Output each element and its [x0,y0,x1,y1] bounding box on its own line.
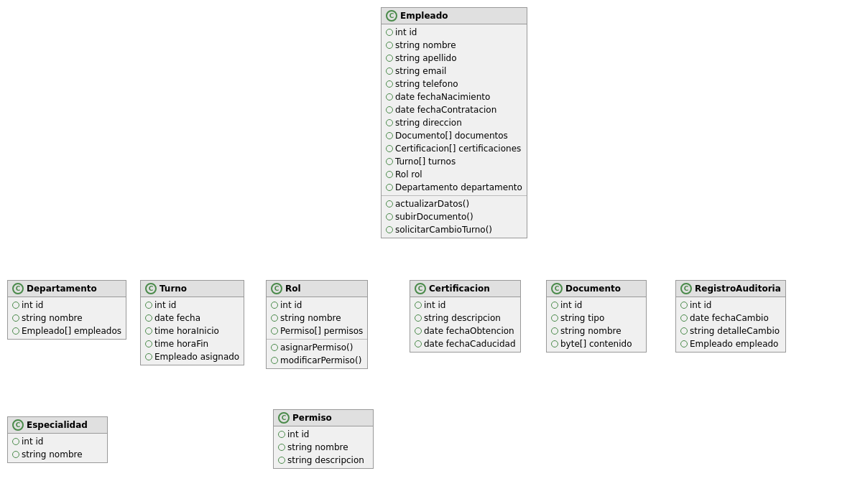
attr-text: date fechaCaducidad [424,337,516,350]
attr-text: Turno[] turnos [395,155,456,168]
attr-text: string nombre [560,325,621,337]
class-turno: CTurnoint iddate fechatime horaIniciotim… [140,280,244,365]
attr-row: string telefono [386,78,522,90]
attr-text: string direccion [395,116,462,129]
attr-row: Empleado[] empleados [12,325,121,337]
class-rol-header: CRol [267,281,367,297]
attr-text: string email [395,65,446,78]
attr-row: int id [145,299,239,312]
class-empleado-icon: C [386,10,397,22]
svg-line-0 [126,158,381,281]
attr-icon [278,431,285,438]
attr-icon [551,314,558,322]
attr-text: string tipo [560,312,604,325]
class-departamento: CDepartamentoint idstring nombreEmpleado… [7,280,126,340]
method-text: solicitarCambioTurno() [395,223,492,236]
class-departamento-icon: C [12,283,24,294]
svg-line-4 [244,179,381,283]
diagram-container: contiene1*asignado1*tiene1*posee1*adjunt… [0,0,855,504]
attr-icon [415,340,422,347]
class-permiso-header: CPermiso [274,410,373,426]
attr-row: time horaInicio [145,325,239,337]
class-documento-icon: C [551,283,563,294]
class-departamento-title: Departamento [27,284,97,294]
attr-row: string descripcion [278,454,369,467]
class-rol: CRolint idstring nombrePermiso[] permiso… [266,280,368,369]
method-icon [271,357,278,364]
attr-row: int id [12,435,103,448]
method-row: subirDocumento() [386,210,522,223]
method-row: asignarPermiso() [271,341,363,354]
attr-icon [551,327,558,335]
svg-line-24 [59,340,65,416]
attr-row: string detalleCambio [680,325,781,337]
attr-icon [278,444,285,451]
attr-row: int id [12,299,121,312]
attr-row: date fechaNacimiento [386,90,522,103]
attr-icon [386,184,393,191]
method-icon [386,200,393,207]
class-permiso: CPermisoint idstring nombrestring descri… [273,409,374,469]
class-certificacion-title: Certificacion [429,284,490,294]
attr-row: Permiso[] permisos [271,325,363,337]
svg-text:*: * [565,259,569,269]
attr-text: string nombre [287,441,348,454]
attr-icon [145,314,152,322]
attr-icon [271,302,278,309]
attr-icon [386,67,393,75]
attr-icon [12,438,19,445]
class-empleado-title: Empleado [400,11,448,21]
svg-text:*: * [671,263,675,272]
attr-icon [680,302,688,309]
attr-text: int id [560,299,582,312]
attr-icon [386,42,393,49]
svg-text:*: * [63,393,68,403]
attr-icon [386,80,393,88]
attr-icon [415,327,422,335]
attr-icon [386,171,393,178]
attr-row: date fechaCaducidad [415,337,516,350]
attr-text: string descripcion [287,454,364,467]
class-documento-title: Documento [565,284,621,294]
class-registroAuditoria-icon: C [680,283,692,294]
class-empleado-methods: actualizarDatos()subirDocumento()solicit… [382,196,527,238]
attr-icon [386,119,393,126]
attr-text: string nombre [22,312,83,325]
attr-text: int id [154,299,176,312]
svg-text:1: 1 [326,372,331,381]
attr-icon [271,327,278,335]
attr-row: Rol rol [386,168,522,181]
class-especialidad-title: Especialidad [27,420,88,430]
attr-icon [386,55,393,62]
attr-icon [386,158,393,165]
method-text: modificarPermiso() [280,354,361,367]
class-registroAuditoria-attrs: int iddate fechaCambiostring detalleCamb… [676,297,785,352]
attr-icon [386,106,393,113]
attr-text: int id [22,435,43,448]
attr-icon [145,302,152,309]
attr-text: Documento[] documentos [395,129,508,142]
attr-icon [680,327,688,335]
attr-text: Rol rol [395,168,422,181]
class-departamento-attrs: int idstring nombreEmpleado[] empleados [8,297,126,339]
method-text: actualizarDatos() [395,197,469,210]
svg-line-8 [347,230,381,280]
class-departamento-header: CDepartamento [8,281,126,297]
attr-text: date fechaNacimiento [395,90,490,103]
attr-row: string email [386,65,522,78]
attr-icon [12,302,19,309]
attr-text: string detalleCambio [690,325,780,337]
class-especialidad-header: CEspecialidad [8,417,107,434]
attr-text: Empleado asignado [154,350,239,363]
class-turno-header: CTurno [141,281,244,297]
attr-text: Empleado empleado [690,337,778,350]
class-empleado-header: CEmpleado [382,8,527,24]
svg-line-20 [527,174,679,280]
attr-text: byte[] contenido [560,337,632,350]
svg-text:*: * [141,266,145,275]
attr-text: string nombre [280,312,341,325]
class-documento-attrs: int idstring tipostring nombrebyte[] con… [547,297,646,352]
attr-row: string apellido [386,52,522,65]
attr-text: Departamento departamento [395,181,522,194]
svg-text:1: 1 [544,172,549,181]
